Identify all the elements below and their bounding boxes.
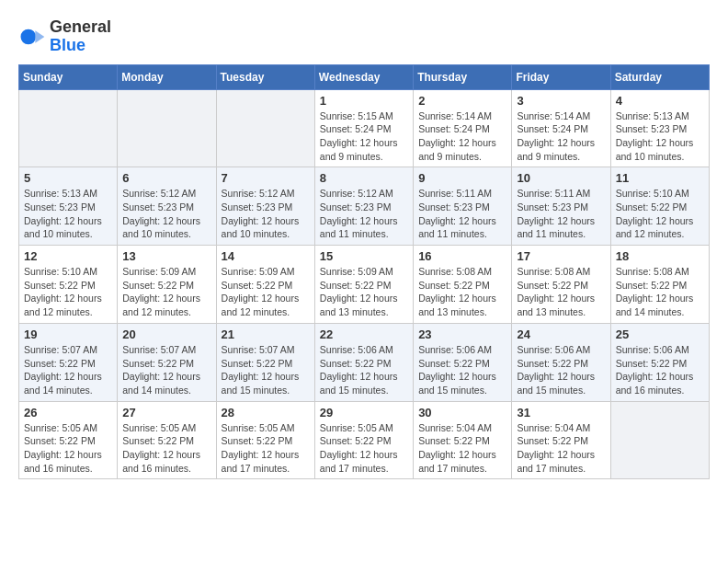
day-info: Sunrise: 5:05 AM Sunset: 5:22 PM Dayligh… bbox=[24, 421, 112, 476]
day-number: 19 bbox=[24, 327, 112, 341]
weekday-header-wednesday: Wednesday bbox=[314, 64, 413, 89]
day-info: Sunrise: 5:11 AM Sunset: 5:23 PM Dayligh… bbox=[517, 187, 605, 241]
calendar-cell bbox=[216, 89, 314, 167]
day-number: 16 bbox=[418, 249, 506, 263]
day-info: Sunrise: 5:08 AM Sunset: 5:22 PM Dayligh… bbox=[517, 265, 605, 319]
day-number: 14 bbox=[222, 249, 310, 263]
day-info: Sunrise: 5:10 AM Sunset: 5:22 PM Dayligh… bbox=[616, 187, 704, 241]
logo-general: General bbox=[50, 18, 111, 37]
calendar-cell: 14Sunrise: 5:09 AM Sunset: 5:22 PM Dayli… bbox=[216, 246, 314, 324]
day-info: Sunrise: 5:10 AM Sunset: 5:22 PM Dayligh… bbox=[24, 265, 112, 319]
day-info: Sunrise: 5:04 AM Sunset: 5:22 PM Dayligh… bbox=[517, 421, 605, 476]
calendar-cell: 10Sunrise: 5:11 AM Sunset: 5:23 PM Dayli… bbox=[512, 167, 610, 246]
day-number: 8 bbox=[320, 171, 408, 185]
calendar-cell: 13Sunrise: 5:09 AM Sunset: 5:22 PM Dayli… bbox=[118, 246, 216, 324]
day-number: 22 bbox=[320, 327, 408, 341]
calendar-table: SundayMondayTuesdayWednesdayThursdayFrid… bbox=[18, 64, 710, 480]
day-number: 3 bbox=[517, 94, 605, 108]
day-number: 2 bbox=[418, 94, 506, 108]
day-number: 7 bbox=[222, 171, 310, 185]
day-info: Sunrise: 5:08 AM Sunset: 5:22 PM Dayligh… bbox=[616, 265, 704, 319]
calendar-cell: 17Sunrise: 5:08 AM Sunset: 5:22 PM Dayli… bbox=[512, 246, 610, 324]
calendar-cell: 21Sunrise: 5:07 AM Sunset: 5:22 PM Dayli… bbox=[216, 323, 314, 401]
day-info: Sunrise: 5:14 AM Sunset: 5:24 PM Dayligh… bbox=[418, 109, 506, 164]
day-number: 28 bbox=[222, 406, 310, 419]
calendar-cell: 31Sunrise: 5:04 AM Sunset: 5:22 PM Dayli… bbox=[512, 401, 610, 479]
day-info: Sunrise: 5:08 AM Sunset: 5:22 PM Dayligh… bbox=[418, 265, 506, 319]
calendar-cell: 3Sunrise: 5:14 AM Sunset: 5:24 PM Daylig… bbox=[512, 89, 610, 167]
day-info: Sunrise: 5:07 AM Sunset: 5:22 PM Dayligh… bbox=[24, 343, 112, 397]
day-number: 20 bbox=[122, 327, 210, 341]
day-number: 1 bbox=[320, 94, 408, 108]
weekday-header-tuesday: Tuesday bbox=[216, 64, 314, 89]
calendar-cell bbox=[19, 89, 118, 167]
day-number: 30 bbox=[418, 406, 506, 419]
day-info: Sunrise: 5:06 AM Sunset: 5:22 PM Dayligh… bbox=[517, 343, 605, 397]
day-number: 10 bbox=[517, 171, 605, 185]
day-info: Sunrise: 5:06 AM Sunset: 5:22 PM Dayligh… bbox=[418, 343, 506, 397]
day-number: 31 bbox=[517, 406, 605, 419]
day-info: Sunrise: 5:06 AM Sunset: 5:22 PM Dayligh… bbox=[320, 343, 408, 397]
day-info: Sunrise: 5:05 AM Sunset: 5:22 PM Dayligh… bbox=[320, 421, 408, 476]
day-number: 17 bbox=[517, 249, 605, 263]
day-info: Sunrise: 5:06 AM Sunset: 5:22 PM Dayligh… bbox=[616, 343, 704, 397]
calendar-cell: 2Sunrise: 5:14 AM Sunset: 5:24 PM Daylig… bbox=[414, 89, 512, 167]
day-info: Sunrise: 5:05 AM Sunset: 5:22 PM Dayligh… bbox=[222, 421, 310, 476]
calendar-cell: 26Sunrise: 5:05 AM Sunset: 5:22 PM Dayli… bbox=[19, 401, 118, 479]
weekday-header-saturday: Saturday bbox=[610, 64, 709, 89]
logo: General Blue bbox=[18, 18, 111, 55]
weekday-header-monday: Monday bbox=[118, 64, 216, 89]
calendar-cell: 11Sunrise: 5:10 AM Sunset: 5:22 PM Dayli… bbox=[610, 167, 709, 246]
day-info: Sunrise: 5:05 AM Sunset: 5:22 PM Dayligh… bbox=[122, 421, 210, 476]
day-number: 18 bbox=[616, 249, 704, 263]
calendar-cell: 9Sunrise: 5:11 AM Sunset: 5:23 PM Daylig… bbox=[414, 167, 512, 246]
calendar-cell: 24Sunrise: 5:06 AM Sunset: 5:22 PM Dayli… bbox=[512, 323, 610, 401]
day-number: 5 bbox=[24, 171, 112, 185]
day-number: 24 bbox=[517, 327, 605, 341]
calendar-cell: 1Sunrise: 5:15 AM Sunset: 5:24 PM Daylig… bbox=[314, 89, 413, 167]
day-number: 4 bbox=[616, 94, 704, 108]
weekday-header-thursday: Thursday bbox=[414, 64, 512, 89]
day-info: Sunrise: 5:13 AM Sunset: 5:23 PM Dayligh… bbox=[616, 109, 704, 164]
day-info: Sunrise: 5:09 AM Sunset: 5:22 PM Dayligh… bbox=[320, 265, 408, 319]
calendar-cell: 28Sunrise: 5:05 AM Sunset: 5:22 PM Dayli… bbox=[216, 401, 314, 479]
day-info: Sunrise: 5:12 AM Sunset: 5:23 PM Dayligh… bbox=[222, 187, 310, 241]
day-number: 29 bbox=[320, 406, 408, 419]
calendar-cell: 22Sunrise: 5:06 AM Sunset: 5:22 PM Dayli… bbox=[314, 323, 413, 401]
day-number: 13 bbox=[122, 249, 210, 263]
day-info: Sunrise: 5:15 AM Sunset: 5:24 PM Dayligh… bbox=[320, 109, 408, 164]
calendar-cell: 30Sunrise: 5:04 AM Sunset: 5:22 PM Dayli… bbox=[414, 401, 512, 479]
calendar-cell: 7Sunrise: 5:12 AM Sunset: 5:23 PM Daylig… bbox=[216, 167, 314, 246]
calendar-cell bbox=[118, 89, 216, 167]
day-info: Sunrise: 5:09 AM Sunset: 5:22 PM Dayligh… bbox=[222, 265, 310, 319]
day-number: 11 bbox=[616, 171, 704, 185]
day-info: Sunrise: 5:12 AM Sunset: 5:23 PM Dayligh… bbox=[320, 187, 408, 241]
day-info: Sunrise: 5:14 AM Sunset: 5:24 PM Dayligh… bbox=[517, 109, 605, 164]
day-info: Sunrise: 5:04 AM Sunset: 5:22 PM Dayligh… bbox=[418, 421, 506, 476]
calendar-cell: 4Sunrise: 5:13 AM Sunset: 5:23 PM Daylig… bbox=[610, 89, 709, 167]
calendar-cell: 15Sunrise: 5:09 AM Sunset: 5:22 PM Dayli… bbox=[314, 246, 413, 324]
weekday-header-sunday: Sunday bbox=[19, 64, 118, 89]
day-info: Sunrise: 5:07 AM Sunset: 5:22 PM Dayligh… bbox=[222, 343, 310, 397]
day-number: 25 bbox=[616, 327, 704, 341]
calendar-cell: 27Sunrise: 5:05 AM Sunset: 5:22 PM Dayli… bbox=[118, 401, 216, 479]
day-info: Sunrise: 5:12 AM Sunset: 5:23 PM Dayligh… bbox=[122, 187, 210, 241]
day-number: 6 bbox=[122, 171, 210, 185]
day-info: Sunrise: 5:13 AM Sunset: 5:23 PM Dayligh… bbox=[24, 187, 112, 241]
day-number: 12 bbox=[24, 249, 112, 263]
weekday-header-friday: Friday bbox=[512, 64, 610, 89]
day-number: 21 bbox=[222, 327, 310, 341]
day-number: 27 bbox=[122, 406, 210, 419]
svg-point-0 bbox=[21, 29, 37, 44]
calendar-cell: 5Sunrise: 5:13 AM Sunset: 5:23 PM Daylig… bbox=[19, 167, 118, 246]
calendar-cell: 16Sunrise: 5:08 AM Sunset: 5:22 PM Dayli… bbox=[414, 246, 512, 324]
day-number: 26 bbox=[24, 406, 112, 419]
calendar-cell: 8Sunrise: 5:12 AM Sunset: 5:23 PM Daylig… bbox=[314, 167, 413, 246]
calendar-cell: 18Sunrise: 5:08 AM Sunset: 5:22 PM Dayli… bbox=[610, 246, 709, 324]
day-info: Sunrise: 5:07 AM Sunset: 5:22 PM Dayligh… bbox=[122, 343, 210, 397]
calendar-cell: 23Sunrise: 5:06 AM Sunset: 5:22 PM Dayli… bbox=[414, 323, 512, 401]
day-number: 15 bbox=[320, 249, 408, 263]
svg-marker-1 bbox=[35, 30, 44, 42]
calendar-cell: 20Sunrise: 5:07 AM Sunset: 5:22 PM Dayli… bbox=[118, 323, 216, 401]
calendar-cell: 19Sunrise: 5:07 AM Sunset: 5:22 PM Dayli… bbox=[19, 323, 118, 401]
